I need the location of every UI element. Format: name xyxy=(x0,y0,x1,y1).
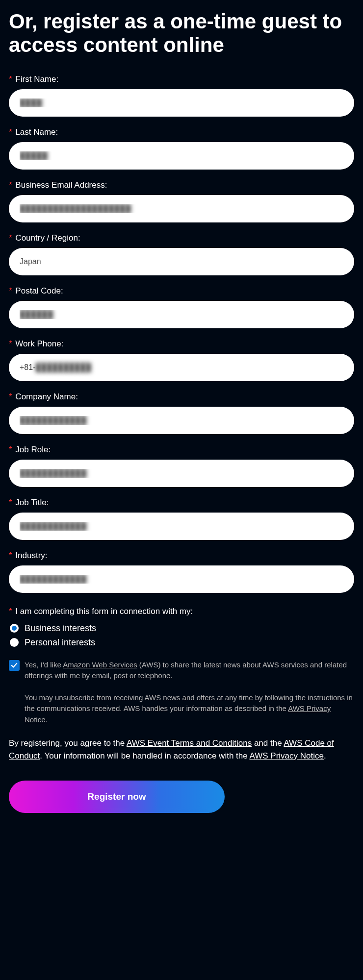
last-name-input[interactable] xyxy=(9,142,354,170)
label-text: Country / Region: xyxy=(15,233,80,243)
job-title-input[interactable] xyxy=(9,513,354,540)
company-group: * Company Name: xyxy=(9,392,354,434)
job-role-group: * Job Role: xyxy=(9,445,354,487)
label-text: Business Email Address: xyxy=(15,180,107,190)
required-mark: * xyxy=(9,127,12,137)
job-title-label: * Job Title: xyxy=(9,498,354,508)
required-mark: * xyxy=(9,74,12,84)
consent-prefix: Yes, I'd like xyxy=(25,661,63,669)
required-mark: * xyxy=(9,339,12,348)
job-role-label: * Job Role: xyxy=(9,445,354,455)
last-name-group: * Last Name: xyxy=(9,127,354,170)
country-select[interactable]: Japan xyxy=(9,248,354,275)
label-text: First Name: xyxy=(15,74,58,84)
aws-link[interactable]: Amazon Web Services xyxy=(63,661,137,669)
required-mark: * xyxy=(9,445,12,454)
phone-input[interactable]: +81- ██████████ xyxy=(9,354,354,381)
label-text: Postal Code: xyxy=(15,286,63,295)
radio-icon xyxy=(10,624,19,633)
label-text: Industry: xyxy=(15,551,47,560)
first-name-input[interactable] xyxy=(9,89,354,117)
radio-icon xyxy=(10,638,19,647)
check-icon xyxy=(11,662,18,669)
first-name-label: * First Name: xyxy=(9,74,354,84)
required-mark: * xyxy=(9,392,12,401)
agreement-p3: . Your information will be handled in ac… xyxy=(40,751,249,760)
industry-group: * Industry: xyxy=(9,551,354,593)
postal-label: * Postal Code: xyxy=(9,286,354,296)
country-value: Japan xyxy=(20,257,41,266)
agreement-p2: and the xyxy=(252,738,284,748)
radio-label-text: Business interests xyxy=(25,623,96,634)
industry-label: * Industry: xyxy=(9,551,354,561)
country-label: * Country / Region: xyxy=(9,233,354,243)
postal-input[interactable] xyxy=(9,301,354,328)
agreement-p1: By registering, you agree to the xyxy=(9,738,127,748)
terms-link[interactable]: AWS Event Terms and Conditions xyxy=(127,738,252,748)
email-label: * Business Email Address: xyxy=(9,180,354,190)
register-button[interactable]: Register now xyxy=(9,781,225,813)
industry-input[interactable] xyxy=(9,565,354,593)
phone-label: * Work Phone: xyxy=(9,339,354,349)
radio-personal[interactable]: Personal interests xyxy=(9,637,354,648)
label-text: Last Name: xyxy=(15,127,58,137)
interests-label: * I am completing this form in connectio… xyxy=(9,607,354,616)
radio-business[interactable]: Business interests xyxy=(9,623,354,634)
email-input[interactable] xyxy=(9,195,354,222)
consent-row: Yes, I'd like Amazon Web Services (AWS) … xyxy=(9,660,354,682)
privacy-link[interactable]: AWS Privacy Notice xyxy=(250,751,324,760)
phone-group: * Work Phone: +81- ██████████ xyxy=(9,339,354,381)
radio-label-text: Personal interests xyxy=(25,637,95,648)
label-text: Job Role: xyxy=(15,445,51,454)
phone-prefix: +81- xyxy=(20,363,35,372)
job-title-group: * Job Title: xyxy=(9,498,354,540)
label-text: I am completing this form in connection … xyxy=(15,607,193,616)
company-input[interactable] xyxy=(9,407,354,434)
last-name-label: * Last Name: xyxy=(9,127,354,137)
label-text: Company Name: xyxy=(15,392,78,401)
country-group: * Country / Region: Japan xyxy=(9,233,354,275)
consent-text: Yes, I'd like Amazon Web Services (AWS) … xyxy=(25,660,354,682)
agreement-text: By registering, you agree to the AWS Eve… xyxy=(9,737,354,762)
required-mark: * xyxy=(9,498,12,507)
required-mark: * xyxy=(9,607,12,616)
job-role-input[interactable] xyxy=(9,460,354,487)
interests-group: * I am completing this form in connectio… xyxy=(9,607,354,648)
required-mark: * xyxy=(9,551,12,560)
consent-checkbox[interactable] xyxy=(9,660,20,671)
required-mark: * xyxy=(9,180,12,190)
email-group: * Business Email Address: xyxy=(9,180,354,222)
required-mark: * xyxy=(9,286,12,295)
unsubscribe-text: You may unsubscribe from receiving AWS n… xyxy=(9,692,354,726)
label-text: Work Phone: xyxy=(15,339,63,348)
required-mark: * xyxy=(9,233,12,243)
company-label: * Company Name: xyxy=(9,392,354,402)
page-title: Or, register as a one-time guest to acce… xyxy=(9,10,354,57)
label-text: Job Title: xyxy=(15,498,49,507)
agreement-p4: . xyxy=(324,751,326,760)
postal-group: * Postal Code: xyxy=(9,286,354,328)
first-name-group: * First Name: xyxy=(9,74,354,117)
phone-value: ██████████ xyxy=(35,363,91,372)
